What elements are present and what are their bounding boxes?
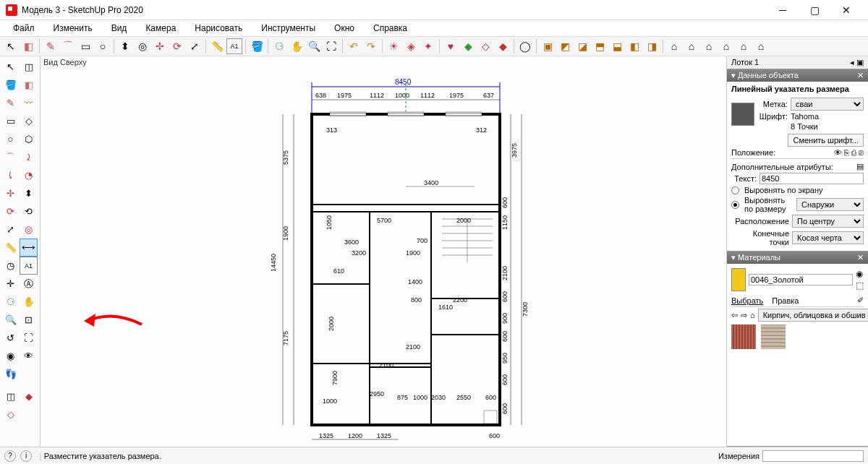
prev-tool-icon[interactable]: ↺ — [1, 329, 20, 347]
solid2-icon[interactable]: ◩ — [557, 38, 573, 54]
pushpull-icon[interactable]: ⬍ — [117, 38, 133, 54]
solid5-icon[interactable]: ⬓ — [609, 38, 625, 54]
dim-text-input[interactable] — [760, 173, 864, 184]
maximize-button[interactable]: ▢ — [799, 0, 830, 20]
rect-icon[interactable]: ▭ — [77, 38, 93, 54]
circle-icon[interactable]: ○ — [95, 38, 111, 54]
house3-icon[interactable]: ⌂ — [701, 38, 717, 54]
zoom-extents-icon[interactable]: ⛶ — [323, 38, 339, 54]
sandbox2-icon[interactable]: ◇ — [1, 405, 20, 424]
align-select[interactable]: Снаружи — [796, 198, 864, 211]
close-button[interactable]: ✕ — [830, 0, 862, 20]
menu-window[interactable]: Окно — [326, 22, 363, 35]
viewport[interactable]: Вид Сверху 8450 638 1975 1112 1000 1112 … — [41, 56, 727, 447]
offset-icon[interactable]: ◎ — [135, 38, 150, 54]
circle-tool-icon[interactable]: ○ — [1, 130, 20, 148]
help-icon[interactable]: ? — [4, 450, 16, 462]
house6-icon[interactable]: ⌂ — [753, 38, 769, 54]
endpoints-select[interactable]: Косая черта — [792, 231, 864, 244]
location-icon[interactable]: ♥ — [443, 38, 459, 54]
tab-select[interactable]: Выбрать — [731, 296, 763, 305]
orbit-icon[interactable]: ⚆ — [271, 38, 287, 54]
solid3-icon[interactable]: ◪ — [574, 38, 590, 54]
nav-home-icon[interactable]: ⌂ — [750, 311, 755, 319]
arc3-tool-icon[interactable]: ⤹ — [1, 166, 20, 184]
info-icon[interactable]: i — [20, 450, 32, 462]
default-material-icon[interactable]: ⬚ — [856, 280, 864, 291]
entity-info-header[interactable]: ▾ Данные объекта✕ — [727, 69, 868, 82]
pan-icon[interactable]: ✋ — [289, 38, 305, 54]
material-swatch[interactable] — [731, 103, 754, 126]
solid7-icon[interactable]: ◨ — [644, 38, 660, 54]
arc-tool-icon[interactable]: ⌒ — [1, 148, 20, 166]
zoom-tool-icon[interactable]: 🔍 — [1, 311, 20, 329]
eyedropper-icon[interactable]: ✐ — [857, 296, 864, 305]
align-screen-radio[interactable] — [731, 186, 739, 194]
scale-tool-icon[interactable]: ⤢ — [1, 220, 20, 239]
material-category-select[interactable]: Кирпич, облицовка и обшив — [758, 309, 868, 322]
look-tool-icon[interactable]: 👁 — [20, 347, 38, 365]
menu-edit[interactable]: Изменить — [45, 22, 101, 35]
line-tool-icon[interactable]: ✎ — [1, 94, 20, 112]
move-tool-icon[interactable]: ✢ — [1, 184, 20, 202]
layers-icon[interactable]: ◆ — [495, 38, 511, 54]
3dw-icon[interactable]: ◆ — [460, 38, 476, 54]
zoom-icon[interactable]: 🔍 — [306, 38, 322, 54]
polygon-tool-icon[interactable]: ⬡ — [20, 130, 38, 148]
section-icon[interactable]: ◈ — [403, 38, 419, 54]
materials-header[interactable]: ▾ Материалы✕ — [727, 252, 868, 264]
text-icon[interactable]: A1 — [226, 38, 242, 54]
arc-icon[interactable]: ⌒ — [60, 38, 76, 54]
nav-back-icon[interactable]: ⇦ — [731, 311, 738, 320]
menu-tools[interactable]: Инструменты — [252, 22, 324, 35]
pie-tool-icon[interactable]: ◔ — [20, 166, 38, 184]
house4-icon[interactable]: ⌂ — [718, 38, 734, 54]
move-icon[interactable]: ✢ — [152, 38, 168, 54]
eraser-tool-icon[interactable]: ◧ — [20, 76, 38, 94]
rotrect-tool-icon[interactable]: ◇ — [20, 112, 38, 130]
change-font-button[interactable]: Сменить шрифт... — [788, 134, 864, 147]
freehand-tool-icon[interactable]: 〰 — [20, 94, 38, 112]
material-thumb-2[interactable] — [761, 325, 786, 349]
select-tool-icon[interactable]: ↖ — [1, 58, 20, 76]
menu-view[interactable]: Вид — [103, 22, 136, 35]
tab-edit[interactable]: Правка — [772, 296, 799, 305]
paint-icon[interactable]: 🪣 — [249, 38, 265, 54]
layer-select[interactable]: сваи — [791, 98, 864, 111]
house2-icon[interactable]: ⌂ — [684, 38, 699, 54]
menu-file[interactable]: Файл — [4, 22, 43, 35]
undo-icon[interactable]: ↶ — [346, 38, 362, 54]
zoomext-tool-icon[interactable]: ⛶ — [20, 329, 38, 347]
layout-select[interactable]: По центру — [792, 215, 864, 228]
axes-icon[interactable]: ✦ — [420, 38, 436, 54]
solid6-icon[interactable]: ◧ — [626, 38, 642, 54]
position-tool-icon[interactable]: ◉ — [1, 347, 20, 365]
followme-tool-icon[interactable]: ⟲ — [20, 202, 38, 220]
rotate-tool-icon[interactable]: ⟳ — [1, 202, 20, 220]
align-dim-radio[interactable] — [731, 201, 739, 209]
menu-camera[interactable]: Камера — [137, 22, 184, 35]
minimize-button[interactable]: ─ — [767, 0, 799, 20]
tape-icon[interactable]: 📏 — [209, 38, 225, 54]
arc2-tool-icon[interactable]: ⤸ — [20, 148, 38, 166]
select-icon[interactable]: ↖ — [3, 38, 19, 54]
text-tool-icon[interactable]: A1 — [20, 257, 38, 275]
orbit-tool-icon[interactable]: ⚆ — [1, 293, 20, 311]
walk-tool-icon[interactable]: 👣 — [1, 365, 20, 383]
measurements-input[interactable] — [762, 450, 864, 462]
tape-tool-icon[interactable]: 📏 — [1, 239, 20, 257]
paint-tool-icon[interactable]: 🪣 — [1, 76, 20, 94]
offset-tool-icon[interactable]: ◎ — [20, 220, 38, 239]
current-material-swatch[interactable] — [731, 268, 746, 291]
create-material-icon[interactable]: ◉ — [856, 269, 864, 279]
solid1-icon[interactable]: ▣ — [540, 38, 556, 54]
pushpull-tool-icon[interactable]: ⬍ — [20, 184, 38, 202]
zoomwin-tool-icon[interactable]: ⊡ — [20, 311, 38, 329]
dimension-tool-icon[interactable]: ⟷ — [20, 239, 38, 257]
tray-tab[interactable]: Лоток 1◂ ▣ — [727, 56, 868, 69]
3dtext-tool-icon[interactable]: Ⓐ — [20, 275, 38, 293]
scale-icon[interactable]: ⤢ — [187, 38, 203, 54]
nav-fwd-icon[interactable]: ⇨ — [741, 311, 747, 320]
menu-draw[interactable]: Нарисовать — [186, 22, 251, 35]
house1-icon[interactable]: ⌂ — [666, 38, 682, 54]
